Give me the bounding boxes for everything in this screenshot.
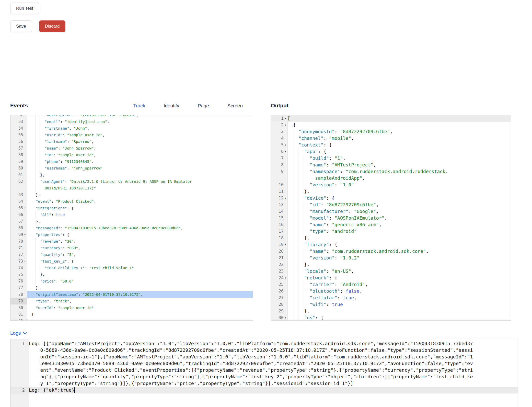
- code-line[interactable]: 4"channel": "mobile",: [271, 135, 511, 142]
- line-number: 80: [18, 304, 23, 311]
- code-line[interactable]: 13"id": "8d872292709c6fbe",: [271, 201, 511, 208]
- fold-toggle-icon[interactable]: ▾: [284, 142, 287, 148]
- fold-toggle-icon[interactable]: ▾: [284, 115, 287, 122]
- fold-toggle-icon[interactable]: ▾: [284, 314, 287, 321]
- code-line[interactable]: 80"userId": "sample_user_id": [10, 304, 253, 311]
- code-line[interactable]: 65▾"integrations": {: [10, 205, 253, 211]
- code-line[interactable]: 9"namespace": "com.rudderstack.android.r…: [271, 168, 511, 182]
- code-line[interactable]: 66"All": true: [10, 211, 253, 218]
- fold-toggle-icon[interactable]: ▾: [284, 148, 287, 155]
- tab-page[interactable]: Page: [198, 103, 209, 109]
- code-line[interactable]: 22},: [271, 261, 511, 268]
- fold-toggle-icon[interactable]: ▾: [284, 241, 287, 248]
- fold-toggle-icon[interactable]: ▾: [23, 205, 27, 211]
- code-line[interactable]: 15"model": "AOSPonIAEmulator",: [271, 215, 511, 221]
- code-line[interactable]: 30▾"os": {: [271, 314, 511, 321]
- code-line[interactable]: 6▾"app": {: [271, 148, 511, 155]
- code-line[interactable]: 28"wifi": true: [271, 301, 511, 308]
- code-line[interactable]: 53"email": "identify@test.com",: [10, 118, 253, 125]
- code-line[interactable]: 58"id": "sample_user_id",: [10, 152, 253, 158]
- save-button[interactable]: Save: [10, 20, 32, 32]
- code-line[interactable]: 81}: [10, 311, 253, 318]
- code-line[interactable]: 23"locale": "en-US",: [271, 268, 511, 275]
- code-line[interactable]: 75},: [10, 271, 253, 278]
- code-line[interactable]: 68"messageId": "1590431830915-73bed370-5…: [10, 225, 253, 231]
- discard-button[interactable]: Discard: [39, 20, 66, 32]
- line-number: 5: [281, 142, 284, 148]
- code-line[interactable]: 18},: [271, 235, 511, 241]
- code-line[interactable]: 14"manufacturer": "Google",: [271, 208, 511, 215]
- code-line[interactable]: 77},: [10, 285, 253, 291]
- code-line[interactable]: 67},: [10, 218, 253, 225]
- code-line[interactable]: 12▾"device": {: [271, 195, 511, 201]
- fold-toggle-icon[interactable]: ▾: [23, 231, 27, 238]
- code-line[interactable]: 29},: [271, 308, 511, 314]
- code-line[interactable]: 7"build": "1",: [271, 155, 511, 162]
- code-line[interactable]: 64"event": "Product Clicked",: [10, 198, 253, 205]
- code-line[interactable]: 62"userAgent": "Dalvik/2.1.0 (Linux; U; …: [10, 178, 253, 191]
- log-line[interactable]: 2Log: {"ok":true}: [10, 387, 518, 393]
- code-line[interactable]: 54"firstname": "John",: [10, 125, 253, 132]
- code-line[interactable]: 52"description": "Premium user for 3 yea…: [10, 115, 253, 118]
- line-number: 28: [279, 301, 284, 308]
- line-number: 23: [279, 268, 284, 275]
- fold-toggle-icon[interactable]: ▾: [284, 275, 287, 281]
- log-line[interactable]: 1Log: [{"appName":"AMTestProject","appVe…: [10, 340, 518, 387]
- code-line[interactable]: 57"name": "John Sparrow",: [10, 145, 253, 152]
- line-number: 71: [18, 245, 23, 251]
- code-line[interactable]: 1▾[: [271, 115, 511, 122]
- code-line[interactable]: 27"cellular": true,: [271, 295, 511, 301]
- fold-toggle-icon[interactable]: ▾: [284, 122, 287, 128]
- code-line[interactable]: 56"lastname": "Sparrow",: [10, 138, 253, 145]
- code-line[interactable]: 78"originalTimestamp": "2022-04-01T10:37…: [10, 291, 253, 298]
- code-line[interactable]: 2▾{: [271, 122, 511, 128]
- line-number: 15: [279, 215, 284, 221]
- code-line[interactable]: 5▾"context": {: [271, 142, 511, 148]
- code-line[interactable]: 26"bluetooth": false,: [271, 288, 511, 295]
- tab-screen[interactable]: Screen: [227, 103, 243, 109]
- code-line[interactable]: 21"version": "1.0.2": [271, 255, 511, 261]
- code-line[interactable]: 74"test_child_key_1": "test_child_value_…: [10, 265, 253, 271]
- line-number: 3: [281, 128, 284, 135]
- code-line[interactable]: 16"name": "generic_x86_arm",: [271, 221, 511, 228]
- code-line[interactable]: 63},: [10, 191, 253, 198]
- code-line[interactable]: 69▾"properties": {: [10, 231, 253, 238]
- line-number: 13: [279, 201, 284, 208]
- code-line[interactable]: 70"revenue": "30",: [10, 238, 253, 245]
- code-line[interactable]: 76"price": "58.0": [10, 278, 253, 285]
- line-number: 53: [18, 118, 23, 125]
- code-line[interactable]: 73▾"test_key_2": {: [10, 258, 253, 265]
- code-line[interactable]: 10"version": "1.0": [271, 182, 511, 188]
- code-line[interactable]: 61},: [10, 172, 253, 178]
- code-line[interactable]: 55"userId": "sample_user_id",: [10, 132, 253, 138]
- code-line[interactable]: 17"type": "android": [271, 228, 511, 235]
- line-number: 72: [18, 251, 23, 258]
- code-line[interactable]: 72"quantity": "5",: [10, 251, 253, 258]
- events-code-editor[interactable]: 52"description": "Premium user for 3 yea…: [10, 115, 253, 321]
- line-number: 1: [10, 340, 29, 387]
- code-line[interactable]: 20"name": "com.rudderstack.android.sdk.c…: [271, 248, 511, 255]
- events-header: Events TrackIdentifyPageScreen: [10, 103, 253, 111]
- tab-track[interactable]: Track: [133, 103, 145, 109]
- tab-identify[interactable]: Identify: [164, 103, 179, 109]
- code-line[interactable]: 60"username": "john_sparrow": [10, 165, 253, 172]
- fold-toggle-icon[interactable]: ▾: [23, 258, 27, 265]
- code-line[interactable]: 19▾"library": {: [271, 241, 511, 248]
- code-line[interactable]: 3"anonymousId": "8d872292709c6fbe",: [271, 128, 511, 135]
- run-test-button[interactable]: Run Test: [10, 3, 39, 14]
- logs-editor[interactable]: 1Log: [{"appName":"AMTestProject","appVe…: [10, 339, 518, 407]
- code-line[interactable]: 82]: [10, 318, 253, 321]
- code-line[interactable]: 79"type": "track",: [10, 298, 253, 304]
- line-number: 68: [18, 225, 23, 231]
- output-code-editor[interactable]: 1▾[2▾{3"anonymousId": "8d872292709c6fbe"…: [271, 115, 511, 321]
- code-line[interactable]: 24▾"network": {: [271, 275, 511, 281]
- fold-toggle-icon[interactable]: ▾: [284, 195, 287, 201]
- logs-toggle[interactable]: Logs: [10, 330, 41, 336]
- line-number: 69: [18, 231, 23, 238]
- code-line[interactable]: 11},: [271, 188, 511, 195]
- code-line[interactable]: 71"currency": "USD",: [10, 245, 253, 251]
- line-number: 22: [279, 261, 284, 268]
- code-line[interactable]: 59"phone": "9112340345",: [10, 158, 253, 165]
- code-line[interactable]: 8"name": "AMTestProject",: [271, 162, 511, 168]
- code-line[interactable]: 25"carrier": "Android",: [271, 281, 511, 288]
